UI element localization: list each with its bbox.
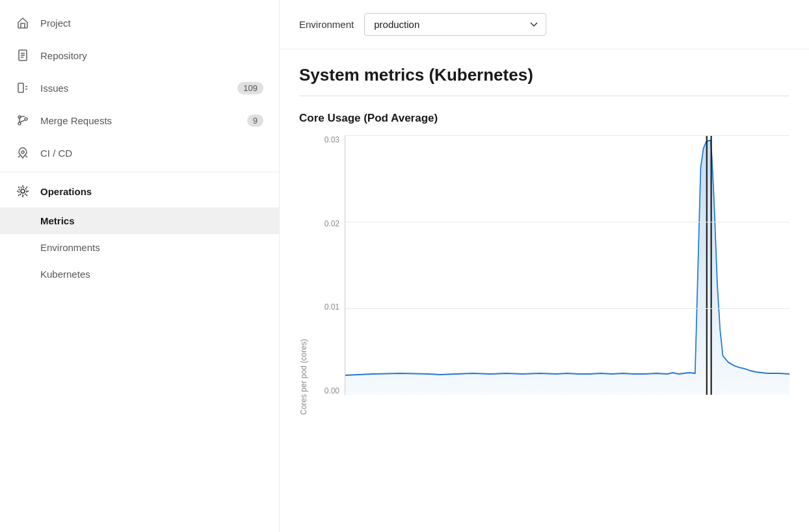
main-content: Environment production staging developme… [280,0,809,532]
merge-icon [16,113,30,127]
chart-inner: 0.03 0.02 0.01 0.00 [312,135,789,415]
y-tick-0.01: 0.01 [325,302,339,312]
sidebar-item-operations[interactable]: Operations [0,175,279,207]
chart-title: Core Usage (Pod Average) [299,112,789,125]
svg-point-9 [25,118,27,120]
environment-select[interactable]: production staging development [364,13,546,36]
sidebar-item-project[interactable]: Project [0,7,279,39]
chart-svg [345,135,789,395]
sidebar-subitem-kubernetes[interactable]: Kubernetes [0,261,279,287]
svg-point-12 [21,151,24,153]
svg-point-8 [18,122,21,125]
operations-icon [16,184,30,198]
svg-point-14 [19,187,27,195]
sidebar: Project Repository Issues 109 [0,0,280,532]
y-ticks: 0.03 0.02 0.01 0.00 [312,135,345,395]
chart-container: Cores per pod (cores) 0.03 0.02 0.01 0.0… [299,135,789,415]
chart-line [345,140,789,375]
sidebar-item-issues[interactable]: Issues 109 [0,72,279,104]
svg-rect-4 [18,83,23,92]
section-title: System metrics (Kubernetes) [299,65,789,96]
issue-icon [16,81,30,95]
merge-requests-badge: 9 [247,114,263,127]
grid-line-0.03 [345,135,789,136]
y-tick-0.00: 0.00 [325,386,339,395]
grid-line-0.02 [345,222,789,222]
sidebar-item-ci-cd-label: CI / CD [40,148,72,159]
sidebar-item-operations-label: Operations [40,186,92,197]
sidebar-subitem-environments-label: Environments [40,242,100,253]
issues-badge: 109 [237,82,263,94]
sidebar-subitem-metrics[interactable]: Metrics [0,207,279,234]
grid-line-0.01 [345,308,789,309]
sidebar-item-ci-cd[interactable]: CI / CD [0,137,279,169]
sidebar-item-project-label: Project [40,18,71,29]
chart-plot [345,135,789,395]
rocket-icon [16,146,30,160]
environment-bar: Environment production staging developme… [280,0,809,49]
y-tick-0.03: 0.03 [325,135,339,144]
file-icon [16,48,30,62]
svg-line-11 [20,120,25,122]
sidebar-item-merge-requests-label: Merge Requests [40,115,112,126]
svg-point-13 [21,189,25,193]
grid-line-0.00 [345,395,789,395]
sidebar-item-repository-label: Repository [40,50,87,61]
metrics-section: System metrics (Kubernetes) Core Usage (… [280,49,809,415]
sidebar-item-repository[interactable]: Repository [0,39,279,72]
home-icon [16,16,30,30]
sidebar-subitem-environments[interactable]: Environments [0,234,279,261]
sidebar-item-issues-label: Issues [40,83,68,94]
sidebar-item-merge-requests[interactable]: Merge Requests 9 [0,104,279,137]
y-axis-label: Cores per pod (cores) [299,135,308,415]
environment-label: Environment [299,19,354,30]
sidebar-subitem-kubernetes-label: Kubernetes [40,269,90,280]
sidebar-subitem-metrics-label: Metrics [40,215,75,226]
y-tick-0.02: 0.02 [325,219,339,228]
sidebar-divider [0,172,279,172]
